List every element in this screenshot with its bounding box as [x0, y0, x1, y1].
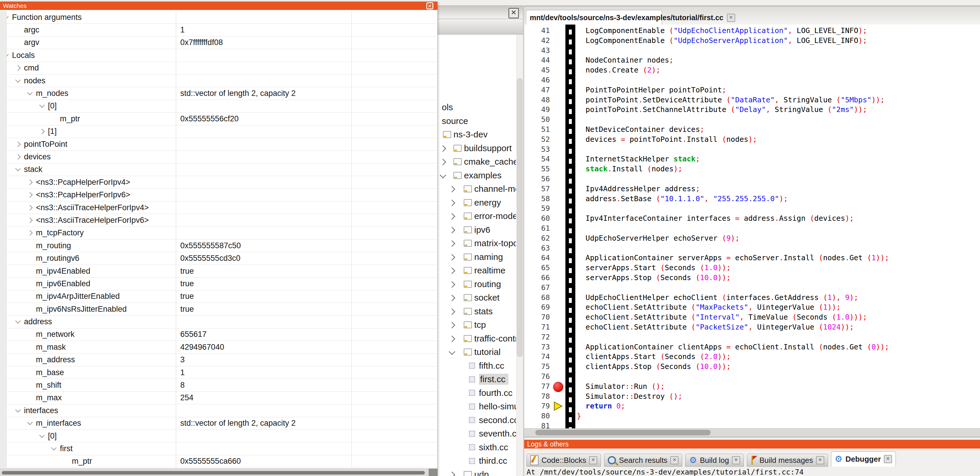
chevron-right-icon[interactable] — [449, 322, 455, 329]
tree-item-fifth-cc[interactable]: fifth.cc — [438, 359, 516, 372]
chevron-down-icon[interactable] — [15, 318, 21, 323]
logs-tab-build-log[interactable]: ⚙Build log✕ — [685, 454, 744, 466]
logs-tab-debugger[interactable]: ⚙Debugger✕ — [831, 452, 896, 466]
code-line-55[interactable]: 55 stack.Install (nodes); — [524, 164, 980, 174]
watch-row[interactable]: <ns3::AsciiTraceHelperForIpv6> — [0, 214, 438, 227]
chevron-down-icon[interactable] — [39, 103, 45, 108]
chevron-down-icon[interactable] — [15, 407, 21, 412]
close-icon[interactable]: ✕ — [670, 456, 678, 464]
code-line-81[interactable]: 81 — [524, 421, 980, 429]
line-number[interactable]: 54 — [524, 154, 550, 164]
code-line-60[interactable]: 60 Ipv4InterfaceContainer interfaces = a… — [524, 214, 980, 224]
code-line-54[interactable]: 54 InternetStackHelper stack; — [524, 154, 980, 164]
code-line-77[interactable]: 77 Simulator::Run (); — [524, 382, 980, 391]
code-line-80[interactable]: 80} — [524, 411, 980, 421]
chevron-right-icon[interactable] — [449, 186, 455, 193]
chevron-right-icon[interactable] — [27, 230, 32, 236]
tree-item-channel-models[interactable]: channel-models — [438, 182, 516, 196]
line-number[interactable]: 42 — [524, 36, 550, 46]
watch-row[interactable]: address — [0, 315, 438, 328]
tree-item-buildsupport[interactable]: buildsupport — [438, 142, 516, 155]
chevron-right-icon[interactable] — [449, 213, 455, 220]
chevron-down-icon[interactable] — [15, 77, 21, 83]
watch-row[interactable]: stack — [0, 163, 438, 176]
line-number[interactable]: 58 — [524, 194, 550, 204]
code-line-66[interactable]: 66 serverApps.Stop (Seconds (10.0)); — [524, 273, 980, 283]
tree-item-tutorial[interactable]: tutorial — [438, 345, 516, 359]
watch-row[interactable]: Locals — [0, 49, 438, 62]
tree-item-traffic-control[interactable]: traffic-control — [438, 332, 516, 345]
chevron-right-icon[interactable] — [449, 254, 455, 260]
watch-row[interactable]: m_ptr0x5555555ca660 — [0, 455, 438, 468]
line-number[interactable]: 52 — [524, 134, 550, 144]
watch-row[interactable]: m_ptr0x55555556cf20 — [0, 113, 438, 125]
line-number[interactable]: 56 — [524, 174, 550, 184]
line-number[interactable]: 76 — [524, 372, 550, 382]
watches-title-bar[interactable]: Watches — [0, 2, 438, 10]
chevron-right-icon[interactable] — [27, 205, 32, 210]
line-number[interactable]: 51 — [524, 125, 550, 134]
line-number[interactable]: 55 — [524, 164, 550, 174]
tree-item-realtime[interactable]: realtime — [438, 264, 516, 277]
code-line-45[interactable]: 45 nodes.Create (2); — [524, 65, 980, 75]
code-line-73[interactable]: 73 ApplicationContainer clientApps = ech… — [524, 342, 980, 352]
line-number[interactable]: 57 — [524, 184, 550, 194]
watch-row[interactable]: [1] — [0, 125, 438, 138]
chevron-right-icon[interactable] — [449, 335, 455, 342]
code-line-57[interactable]: 57 Ipv4AddressHelper address; — [524, 184, 980, 194]
code-line-47[interactable]: 47 PointToPointHelper pointToPoint; — [524, 85, 980, 95]
watches-horizontal-scrollbar[interactable] — [0, 468, 438, 476]
watch-row[interactable]: argv0x7fffffffdf08 — [0, 37, 438, 49]
code-line-58[interactable]: 58 address.SetBase ("10.1.1.0", "255.255… — [524, 194, 980, 204]
watch-row[interactable]: m_base1 — [0, 366, 438, 379]
watch-row[interactable]: m_shift8 — [0, 379, 438, 391]
tree-item-socket[interactable]: socket — [438, 291, 516, 304]
watch-row[interactable]: interfaces — [0, 404, 438, 417]
watch-row[interactable]: <ns3::AsciiTraceHelperForIpv4> — [0, 201, 438, 214]
chevron-right-icon[interactable] — [449, 268, 455, 274]
close-icon[interactable]: ✕ — [426, 2, 433, 10]
tree-item-error-model[interactable]: error-model — [438, 209, 516, 223]
code-line-72[interactable]: 72 — [524, 332, 980, 342]
code-line-42[interactable]: 42 LogComponentEnable ("UdpEchoServerApp… — [524, 36, 980, 46]
code-line-63[interactable]: 63 — [524, 243, 980, 253]
line-number[interactable]: 69 — [524, 302, 550, 312]
line-number[interactable]: 49 — [524, 105, 550, 115]
line-number[interactable]: 70 — [524, 312, 550, 322]
line-number[interactable]: 63 — [524, 243, 550, 253]
code-line-62[interactable]: 62 UdpEchoServerHelper echoServer (9); — [524, 233, 980, 243]
tree-item-seventh-cc[interactable]: seventh.cc — [438, 427, 516, 440]
watch-row[interactable]: m_routingv60x5555555cd3c0 — [0, 252, 438, 265]
code-line-52[interactable]: 52 devices = pointToPoint.Install (nodes… — [524, 134, 980, 144]
chevron-right-icon[interactable] — [449, 471, 455, 476]
code-area[interactable]: 41 LogComponentEnable ("UdpEchoClientApp… — [524, 24, 980, 429]
code-line-44[interactable]: 44 NodeContainer nodes; — [524, 55, 980, 65]
line-number[interactable]: 46 — [524, 75, 550, 85]
watch-row[interactable]: nodes — [0, 75, 438, 87]
line-number[interactable]: 44 — [524, 55, 550, 65]
watch-row[interactable]: pointToPoint — [0, 138, 438, 150]
close-icon[interactable]: ✕ — [727, 14, 735, 22]
chevron-right-icon[interactable] — [15, 142, 21, 147]
watch-row[interactable]: m_ipv6NsRsJitterEnabledtrue — [0, 303, 438, 315]
line-number[interactable]: 81 — [524, 421, 550, 429]
code-line-41[interactable]: 41 LogComponentEnable ("UdpEchoClientApp… — [524, 26, 980, 36]
tree-item-third-cc[interactable]: third.cc — [438, 454, 516, 468]
watch-row[interactable]: cmd — [0, 62, 438, 75]
code-line-56[interactable]: 56 — [524, 174, 980, 184]
watch-row[interactable]: <ns3::PcapHelperForIpv4> — [0, 176, 438, 188]
line-number[interactable]: 72 — [524, 332, 550, 342]
chevron-right-icon[interactable] — [440, 145, 447, 152]
code-line-76[interactable]: 76 — [524, 372, 980, 382]
watch-row[interactable]: Function arguments — [0, 11, 438, 24]
watches-scrollbar-thumb[interactable] — [2, 471, 425, 474]
watch-row[interactable]: m_tcpFactory — [0, 227, 438, 240]
code-line-71[interactable]: 71 echoClient.SetAttribute ("PacketSize"… — [524, 322, 980, 332]
code-line-67[interactable]: 67 — [524, 283, 980, 293]
tree-item-hello-simulator-cc[interactable]: hello-simulator.cc — [438, 400, 516, 413]
tree-item-energy[interactable]: energy — [438, 196, 516, 209]
breakpoint-icon[interactable] — [553, 382, 563, 392]
line-number[interactable]: 59 — [524, 203, 550, 214]
chevron-down-icon[interactable] — [440, 172, 447, 178]
line-number[interactable]: 77 — [524, 382, 550, 391]
